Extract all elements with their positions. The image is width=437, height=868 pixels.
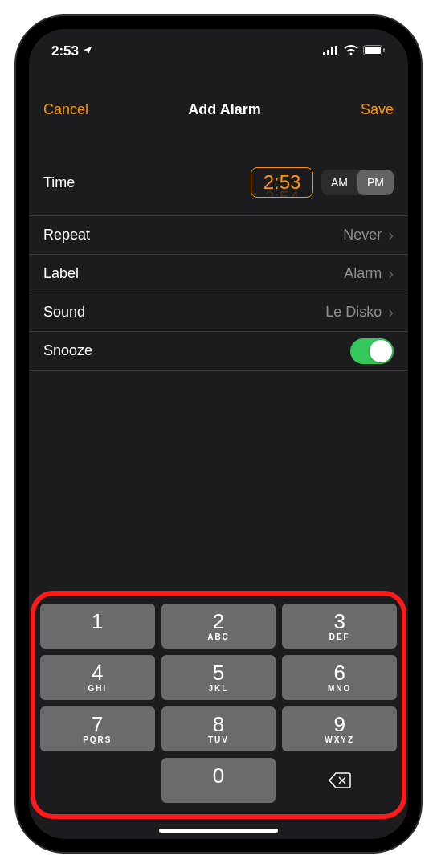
spacer [29,371,408,589]
am-button[interactable]: AM [321,170,357,195]
numeric-keypad: 1 2ABC3DEF4GHI5JKL6MNO7PQRS8TUV9WXYZ0 [37,600,400,806]
keypad-container: 1 2ABC3DEF4GHI5JKL6MNO7PQRS8TUV9WXYZ0 [32,592,405,817]
key-number: 7 [92,714,103,735]
repeat-value: Never [343,227,382,244]
pm-button[interactable]: PM [357,170,394,195]
svg-rect-6 [383,48,385,52]
wifi-icon [344,43,358,59]
battery-icon [363,43,386,59]
repeat-row[interactable]: Repeat Never › [29,216,408,255]
key-letters: JKL [209,684,229,693]
status-right [323,43,386,59]
key-number: 0 [213,765,224,786]
snooze-toggle[interactable] [350,338,394,364]
svg-rect-1 [327,50,329,55]
chevron-right-icon: › [388,264,394,283]
status-bar: 2:53 [29,29,408,68]
snooze-row: Snooze [29,332,408,371]
key-number: 3 [333,611,345,632]
cancel-button[interactable]: Cancel [43,101,88,118]
sound-value: Le Disko [325,304,382,321]
phone-frame: 2:53 [16,16,421,852]
repeat-label: Repeat [43,227,90,244]
label-row[interactable]: Label Alarm › [29,255,408,293]
snooze-label: Snooze [43,342,92,359]
chevron-right-icon: › [388,226,394,244]
svg-rect-5 [365,47,381,54]
status-left: 2:53 [51,43,93,59]
location-icon [82,45,93,59]
label-label: Label [43,265,79,282]
toggle-knob [370,340,392,362]
status-time: 2:53 [51,43,79,59]
key-letters [96,633,100,641]
key-letters: DEF [329,633,350,641]
key-letters: GHI [88,684,107,693]
key-number: 1 [92,611,103,632]
save-button[interactable]: Save [361,101,394,118]
key-letters: PQRS [83,735,112,744]
keypad-key-3[interactable]: 3DEF [282,604,397,649]
key-number: 2 [213,611,224,632]
sound-label: Sound [43,304,85,321]
nav-bar: Cancel Add Alarm Save [29,90,408,129]
keypad-key-1[interactable]: 1 [40,604,155,649]
keypad-key-6[interactable]: 6MNO [282,655,397,700]
ampm-toggle: AM PM [321,170,394,195]
key-letters: TUV [208,735,229,744]
sound-row[interactable]: Sound Le Disko › [29,293,408,332]
svg-rect-0 [323,52,325,55]
time-controls: 2:53 2:54 AM PM [251,167,394,198]
svg-rect-2 [331,47,333,55]
label-value: Alarm [344,265,382,282]
keypad-key-2[interactable]: 2ABC [161,604,276,649]
time-input[interactable]: 2:53 2:54 [251,167,313,198]
key-number: 4 [92,662,103,683]
key-number: 9 [333,714,345,735]
svg-rect-3 [335,46,337,55]
time-ghost: 2:54 [251,187,312,198]
keypad-key-0[interactable]: 0 [161,758,276,803]
key-letters [217,787,221,796]
keypad-key-9[interactable]: 9WXYZ [282,706,397,751]
chevron-right-icon: › [388,303,394,321]
key-number: 5 [213,662,224,683]
settings-list: Repeat Never › Label Alarm › Sound Le Di… [29,215,408,371]
signal-icon [323,43,339,59]
time-label: Time [43,174,75,191]
keypad-key-8[interactable]: 8TUV [161,706,276,751]
keypad-blank [40,758,155,803]
keypad-key-4[interactable]: 4GHI [40,655,155,700]
key-letters: WXYZ [325,735,354,744]
key-letters: ABC [207,633,230,641]
backspace-icon [328,772,352,789]
keypad-key-7[interactable]: 7PQRS [40,706,155,751]
page-title: Add Alarm [188,101,260,118]
key-number: 8 [213,714,224,735]
keypad-key-5[interactable]: 5JKL [161,655,276,700]
home-indicator[interactable] [159,829,278,833]
backspace-key[interactable] [282,758,397,803]
key-number: 6 [333,662,345,683]
key-letters: MNO [328,684,351,693]
screen: 2:53 [29,29,408,839]
time-section: Time 2:53 2:54 AM PM [29,129,408,215]
